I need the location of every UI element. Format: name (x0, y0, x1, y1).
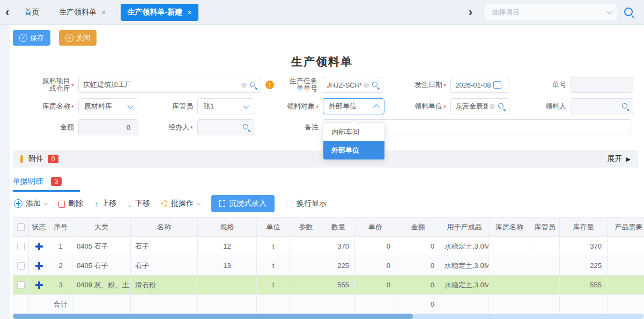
cell-product-need[interactable] (608, 276, 644, 295)
search-icon[interactable] (372, 81, 380, 89)
select-all-checkbox[interactable] (17, 223, 25, 231)
wrap-display-checkbox[interactable] (286, 200, 293, 207)
cell-param[interactable] (290, 256, 322, 276)
tab-production-picking[interactable]: 生产领料单 × (49, 0, 115, 25)
field-picking-target: 领料对象 * 外部单位 (283, 98, 384, 114)
move-down-button[interactable]: 下移 (128, 199, 151, 208)
clear-icon[interactable] (363, 81, 369, 89)
warehouse-name-select[interactable]: 原材料库 (78, 98, 138, 114)
delete-row-button[interactable]: 删除 (58, 199, 83, 208)
cell-price[interactable]: 0 (355, 256, 396, 276)
cell-unit[interactable]: t (257, 237, 290, 256)
row-add-icon[interactable] (35, 281, 43, 289)
cell-qty[interactable]: 225 (322, 256, 355, 276)
close-tab-icon[interactable]: × (101, 8, 106, 17)
batch-operation-button[interactable]: 批操作 (161, 199, 200, 208)
clear-icon[interactable] (241, 81, 247, 89)
grid-toolbar: 添加 删除 上移 下移 批操作 沉浸式录入 换行显示 (14, 194, 327, 213)
row-checkbox[interactable] (17, 243, 25, 250)
cell-product-need[interactable] (608, 237, 644, 256)
cell-product-need[interactable] (608, 256, 644, 276)
cell-price[interactable]: 0 (355, 237, 396, 256)
option-external-unit[interactable]: 外部单位 (323, 141, 384, 160)
global-search-icon[interactable] (624, 7, 634, 18)
cell-amount[interactable]: 0 (396, 237, 440, 256)
save-button[interactable]: 保存 (13, 30, 50, 46)
row-checkbox[interactable] (17, 281, 25, 289)
cell-category[interactable]: 0405 石子 (72, 256, 131, 276)
clear-icon[interactable] (489, 103, 495, 110)
cell-warehouse[interactable] (489, 237, 530, 256)
search-icon[interactable] (498, 103, 506, 111)
project-select-input[interactable] (491, 8, 608, 17)
info-icon[interactable] (265, 81, 274, 89)
required-asterisk: * (190, 125, 193, 133)
cell-for-product[interactable]: 水稳定土,3.0M (440, 256, 489, 276)
cell-spec[interactable]: 12 (198, 237, 257, 256)
add-label: 添加 (26, 199, 41, 208)
row-add-icon[interactable] (35, 262, 43, 270)
calendar-icon[interactable] (493, 81, 501, 89)
move-up-button[interactable]: 上移 (94, 199, 117, 208)
tab-home[interactable]: 首页 (14, 0, 49, 25)
cell-keeper[interactable] (530, 256, 560, 276)
tabs-scroll-left-icon[interactable]: ‹ (0, 1, 14, 24)
search-icon[interactable] (621, 103, 630, 111)
wrap-display-toggle[interactable]: 换行显示 (286, 199, 327, 208)
row-checkbox[interactable] (17, 262, 25, 270)
cell-qty[interactable]: 555 (322, 276, 355, 295)
field-operator: 经办人 * (161, 119, 254, 135)
immersive-entry-button[interactable]: 沉浸式录入 (211, 195, 275, 212)
cell-keeper[interactable] (530, 237, 560, 256)
picking-target-dropdown: 内部车间 外部单位 (323, 122, 385, 160)
cell-unit[interactable]: t (257, 276, 290, 295)
gear-icon (161, 200, 168, 207)
search-icon[interactable] (249, 81, 257, 89)
task-no-input[interactable] (322, 77, 363, 92)
cell-category[interactable]: 0405 石子 (72, 237, 131, 256)
row-add-icon[interactable] (35, 243, 43, 250)
cell-warehouse[interactable] (489, 256, 530, 276)
cell-amount[interactable]: 0 (396, 256, 440, 276)
cell-warehouse[interactable] (489, 276, 530, 295)
add-row-button[interactable]: 添加 (14, 199, 47, 208)
tab-detail[interactable]: 单据明细 3 (13, 177, 80, 192)
occur-date-input[interactable] (451, 77, 493, 92)
cell-spec[interactable] (198, 276, 257, 295)
cell-stock[interactable]: 555 (560, 276, 608, 295)
cell-stock[interactable]: 225 (560, 256, 608, 276)
tabs-scroll-right-icon[interactable]: › (463, 1, 478, 24)
cell-spec[interactable]: 13 (198, 256, 257, 276)
cell-unit[interactable]: t (257, 256, 290, 276)
close-button[interactable]: 关闭 (59, 30, 97, 46)
field-doc-no: 单号 (525, 77, 633, 93)
cell-for-product[interactable]: 水稳定土,3.0M (440, 276, 489, 295)
cell-keeper[interactable] (530, 276, 560, 295)
cell-stock[interactable]: 370 (560, 237, 608, 256)
cell-price[interactable]: 0 (355, 276, 396, 295)
cell-amount[interactable]: 0 (396, 276, 440, 295)
col-product-need: 产品需要 (608, 218, 644, 237)
option-internal-workshop[interactable]: 内部车间 (323, 123, 384, 141)
tab-production-picking-new[interactable]: 生产领料单-新建 × (121, 4, 199, 21)
project-select[interactable] (485, 4, 617, 20)
cell-for-product[interactable]: 水稳定土,3.0M (440, 237, 489, 256)
operator-input[interactable] (198, 120, 242, 135)
horizontal-scrollbar[interactable] (13, 314, 644, 319)
cell-name[interactable]: 石子 (131, 237, 198, 256)
scrollbar-thumb[interactable] (13, 314, 413, 319)
cell-param[interactable] (290, 276, 322, 295)
picking-person-input[interactable] (571, 99, 621, 114)
cell-name[interactable]: 石子 (131, 256, 198, 276)
cell-category[interactable]: 0409 灰、粉、土类 (72, 276, 131, 295)
expand-button[interactable]: 展开 (608, 154, 631, 164)
raw-project-input[interactable] (79, 77, 241, 92)
search-icon[interactable] (242, 124, 250, 132)
close-tab-icon[interactable]: × (187, 8, 191, 17)
picking-unit-input[interactable] (451, 99, 489, 114)
cell-param[interactable] (290, 237, 322, 256)
picking-target-select[interactable]: 外部单位 (323, 98, 384, 114)
cell-qty[interactable]: 370 (322, 237, 355, 256)
warehouse-keeper-select[interactable]: 张1 (197, 98, 254, 114)
cell-name[interactable]: 滑石粉 (131, 276, 198, 295)
